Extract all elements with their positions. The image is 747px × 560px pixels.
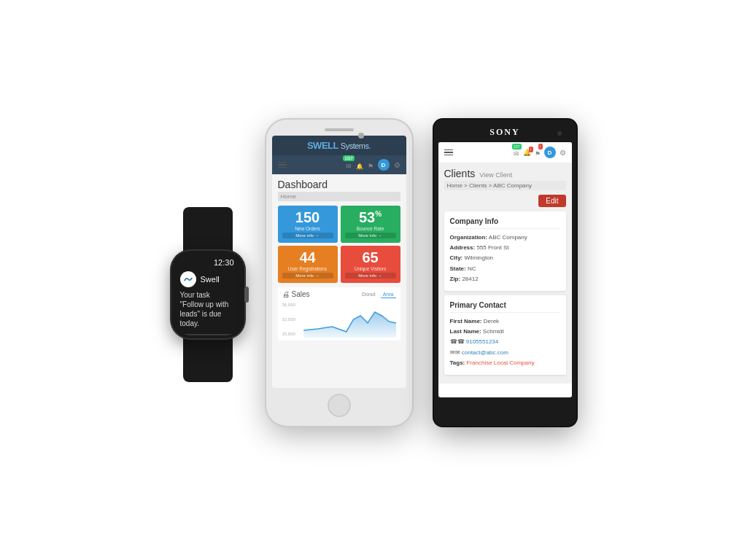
sony-edit-button[interactable]: Edit [538, 195, 565, 207]
stat-more-orders: More info → [282, 233, 333, 238]
sony-gear-icon[interactable]: ⚙ [560, 149, 566, 157]
logo-light: Systems. [341, 141, 371, 150]
watch-screen: 12:30 Swell Your task "Follow up with le… [174, 254, 241, 335]
company-city: City: Wilmington [450, 254, 560, 262]
watch-band-top [183, 207, 233, 251]
sales-tabs: Donut Area [360, 291, 395, 298]
bell-badge[interactable] [356, 158, 363, 171]
stat-card-orders[interactable]: 150 New Orders More info → [278, 206, 338, 243]
contact-phone-link[interactable]: 9105551234 [466, 338, 499, 345]
company-zip: Zip: 28412 [450, 275, 560, 283]
sony-page-title: Clients [444, 168, 476, 179]
sony-android: SONY 157 🔔 ! [434, 120, 576, 426]
watch-notification: Swell Your task "Follow up with leads" i… [174, 268, 241, 335]
company-org: Organization: ABC Company [450, 233, 560, 241]
watch-time: 12:30 [174, 254, 241, 268]
sony-bell-badge[interactable]: 🔔 ! [523, 149, 531, 156]
stat-number-orders: 150 [282, 210, 333, 225]
watch-message: Your task "Follow up with leads" is due … [180, 290, 236, 328]
sony-content: Clients View Client Home > Clients > ABC… [438, 163, 572, 384]
sony-screen: 157 🔔 ! ! D ⚙ [438, 142, 572, 397]
printer-icon: 🖨 [282, 290, 290, 298]
stats-grid: 150 New Orders More info → 53% Bounce Ra… [278, 206, 400, 283]
sony-body: SONY 157 🔔 ! [434, 120, 576, 426]
mail-badge[interactable]: 1317 [346, 158, 352, 171]
sales-label: Sales [292, 290, 310, 298]
contact-email-link[interactable]: contact@abc.com [462, 349, 508, 356]
stat-number-registrations: 44 [282, 250, 333, 265]
sony-mail-badge[interactable]: 157 [514, 146, 519, 159]
stat-label-bounce: Bounce Rate [345, 226, 396, 231]
watch-app-row: Swell [180, 271, 220, 287]
iphone-camera [358, 133, 364, 139]
iphone-breadcrumb: Home [278, 192, 400, 201]
sony-nav-icons: 157 🔔 ! ! D ⚙ [514, 146, 566, 159]
tags-value: Franchise Local Company [466, 359, 534, 366]
stat-number-bounce: 53% [345, 210, 396, 225]
iphone-home-button[interactable] [328, 394, 351, 417]
scene: 12:30 Swell Your task "Follow up with le… [0, 0, 747, 560]
iphone-logo: SWELL Systems. [307, 140, 371, 151]
sales-tab-area[interactable]: Area [381, 291, 396, 298]
mail-badge-count: 1317 [343, 155, 354, 161]
mail-icon: ✉ [450, 349, 460, 356]
watch-dismiss-button[interactable]: Dismiss [180, 334, 236, 335]
iphone-speaker [325, 128, 354, 131]
iphone-page-title: Dashboard [278, 179, 400, 190]
sony-hamburger[interactable] [444, 149, 453, 156]
apple-watch: 12:30 Swell Your task "Follow up with le… [171, 207, 244, 382]
bell-icon [356, 158, 363, 171]
sony-camera [557, 131, 562, 136]
sony-user-avatar[interactable]: D [544, 147, 556, 158]
watch-crown [244, 287, 249, 303]
gear-icon[interactable]: ⚙ [394, 161, 400, 169]
sales-header: 🖨 Sales Donut Area [282, 290, 396, 298]
stat-more-visitors: More info → [345, 273, 396, 279]
company-info-title: Company Info [450, 217, 560, 229]
contact-tags: Tags: Franchise Local Company [450, 359, 560, 367]
sony-mail-count: 157 [512, 144, 521, 149]
iphone-navbar: 1317 D ⚙ [272, 155, 406, 174]
company-state: State: NC [450, 265, 560, 273]
stat-label-registrations: User Registrations [282, 266, 333, 271]
flag-badge[interactable] [368, 158, 374, 171]
stat-label-visitors: Unique Visitors [345, 266, 396, 271]
chart-label-15k: 15,000 [282, 332, 295, 336]
iphone-screen: SWELL Systems. 1317 [272, 136, 406, 388]
sony-page-subtitle: View Client [479, 171, 512, 179]
sony-bell-count: ! [529, 147, 533, 152]
watch-body: 12:30 Swell Your task "Follow up with le… [171, 251, 244, 338]
watch-band-bottom [183, 338, 233, 382]
contact-phone: ☎ 9105551234 [450, 338, 560, 346]
primary-contact-card: Primary Contact First Name: Derek Last N… [444, 295, 566, 375]
contact-email: ✉ contact@abc.com [450, 349, 560, 357]
contact-lastname: Last Name: Schmidt [450, 327, 560, 335]
sales-tab-donut[interactable]: Donut [360, 291, 378, 298]
sony-breadcrumb: Home > Clients > ABC Company [444, 181, 566, 190]
watch-app-name: Swell [201, 275, 220, 284]
chart-label-30k: 30,000 [282, 303, 295, 307]
hamburger-menu[interactable] [278, 162, 287, 168]
stat-label-orders: New Orders [282, 226, 333, 231]
chart-label-22k: 22,500 [282, 317, 295, 322]
logo-bold: SWELL [307, 140, 338, 151]
iphone-body: SWELL Systems. 1317 [266, 120, 412, 426]
stat-card-visitors[interactable]: 65 Unique Visitors More info → [341, 246, 400, 283]
user-avatar[interactable]: D [378, 159, 390, 171]
iphone-header: SWELL Systems. [272, 136, 406, 155]
chart-area: 30,000 22,500 15,000 [282, 301, 396, 338]
stat-card-registrations[interactable]: 44 User Registrations More info → [278, 246, 338, 283]
sony-brand: SONY [489, 127, 519, 138]
company-address: Address: 555 Front St [450, 244, 560, 252]
chart-labels: 30,000 22,500 15,000 [282, 301, 295, 338]
stat-more-bounce: More info → [345, 233, 396, 238]
sony-flag-count: ! [538, 144, 542, 149]
iphone-nav-icons: 1317 D ⚙ [346, 158, 400, 171]
company-info-card: Company Info Organization: ABC Company A… [444, 211, 566, 291]
sony-page-header: Clients View Client [444, 168, 566, 179]
flag-icon [368, 158, 374, 171]
watch-swell-icon [180, 271, 196, 287]
stat-card-bounce[interactable]: 53% Bounce Rate More info → [341, 206, 400, 243]
tags-label: Tags: [450, 359, 465, 366]
sony-flag-badge[interactable]: ! [535, 146, 541, 159]
